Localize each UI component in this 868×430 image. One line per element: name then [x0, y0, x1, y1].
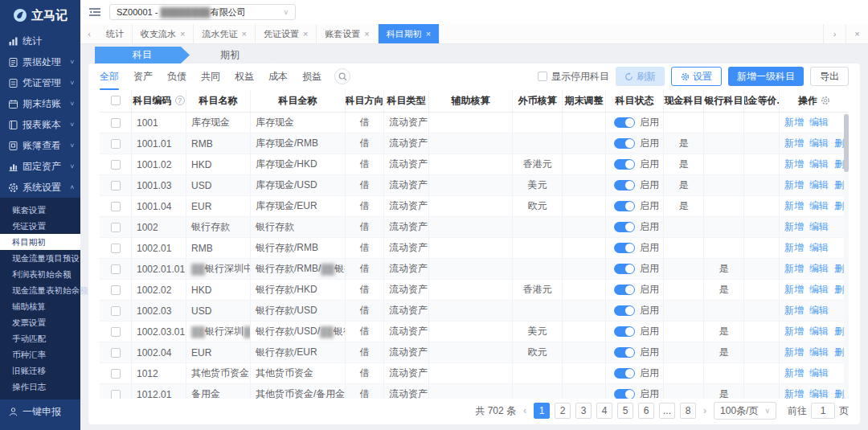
scrollbar-thumb[interactable]	[844, 114, 849, 172]
op-link-编辑[interactable]: 编辑	[809, 116, 829, 129]
page-button-5[interactable]: 5	[617, 403, 633, 419]
submenu-item[interactable]: 旧账迁移	[0, 362, 80, 379]
sidebar-item-3[interactable]: 期末结账∨	[0, 93, 80, 114]
refresh-button[interactable]: 刷新	[616, 67, 665, 86]
row-checkbox[interactable]	[111, 306, 121, 316]
page-button-4[interactable]: 4	[596, 403, 612, 419]
op-link-编辑[interactable]: 编辑	[809, 262, 829, 276]
close-icon[interactable]: ×	[303, 29, 308, 39]
category-tab-成本[interactable]: 成本	[268, 70, 288, 84]
page-button-1[interactable]: 1	[534, 403, 550, 419]
search-button[interactable]	[334, 68, 350, 84]
select-all-checkbox[interactable]	[111, 96, 121, 105]
next-page-icon[interactable]: ›	[701, 405, 709, 416]
op-link-新增[interactable]: 新增	[784, 178, 804, 192]
page-button-6[interactable]: 6	[638, 403, 654, 419]
sidebar-item-1[interactable]: 票据处理∨	[0, 51, 80, 72]
row-checkbox[interactable]	[111, 181, 121, 190]
row-checkbox[interactable]	[111, 223, 121, 232]
op-link-编辑[interactable]: 编辑	[809, 241, 829, 255]
op-link-新增[interactable]: 新增	[784, 304, 804, 317]
op-link-编辑[interactable]: 编辑	[809, 304, 829, 317]
submenu-item[interactable]: 手动匹配	[0, 330, 80, 346]
add-top-subject-button[interactable]: 新增一级科目	[728, 67, 804, 86]
op-link-新增[interactable]: 新增	[784, 116, 804, 129]
tab-收支流水[interactable]: 收支流水×	[133, 24, 194, 43]
row-checkbox[interactable]	[111, 264, 121, 274]
page-ellipsis[interactable]: ...	[659, 403, 675, 419]
status-toggle[interactable]	[614, 180, 635, 190]
row-checkbox[interactable]	[111, 118, 121, 128]
prev-page-icon[interactable]: ‹	[521, 405, 529, 416]
status-toggle[interactable]	[614, 368, 635, 379]
op-link-编辑[interactable]: 编辑	[809, 137, 829, 150]
status-toggle[interactable]	[614, 347, 635, 358]
company-select[interactable]: SZ00001 - ████████有限公司 ∨	[109, 4, 296, 20]
op-link-新增[interactable]: 新增	[784, 346, 804, 359]
status-toggle[interactable]	[614, 117, 635, 128]
goto-page-input[interactable]	[811, 403, 835, 419]
submenu-item[interactable]: 利润表初始余额	[0, 266, 80, 282]
step-tab-科目[interactable]: 科目	[95, 47, 190, 63]
op-link-新增[interactable]: 新增	[784, 283, 804, 297]
row-checkbox[interactable]	[111, 202, 121, 211]
op-link-新增[interactable]: 新增	[784, 387, 804, 399]
submenu-item[interactable]: 科目期初	[0, 234, 80, 250]
submenu-item[interactable]: 现金流量表初始余额	[0, 282, 80, 298]
tab-科目期初[interactable]: 科目期初×	[379, 24, 440, 43]
op-link-编辑[interactable]: 编辑	[809, 199, 829, 213]
tab-账套设置[interactable]: 账套设置×	[317, 24, 378, 43]
submenu-item[interactable]: 币种汇率	[0, 346, 80, 362]
sidebar-item-5[interactable]: 账簿查看∨	[0, 135, 80, 156]
op-link-新增[interactable]: 新增	[784, 262, 804, 276]
status-toggle[interactable]	[614, 285, 635, 295]
status-toggle[interactable]	[614, 243, 635, 253]
submenu-item[interactable]: 账套设置	[0, 202, 80, 218]
status-toggle[interactable]	[614, 389, 635, 399]
page-size-select[interactable]: 100条/页∨	[714, 402, 776, 420]
op-link-新增[interactable]: 新增	[784, 137, 804, 150]
export-button[interactable]: 导出	[810, 67, 849, 86]
status-toggle[interactable]	[614, 264, 635, 274]
category-tab-全部[interactable]: 全部	[100, 70, 119, 84]
op-link-编辑[interactable]: 编辑	[809, 220, 829, 234]
op-link-编辑[interactable]: 编辑	[809, 283, 829, 297]
row-checkbox[interactable]	[111, 285, 121, 295]
row-checkbox[interactable]	[111, 390, 121, 399]
settings-button[interactable]: 设置	[671, 67, 722, 86]
step-tab-期初[interactable]: 期初	[182, 47, 277, 63]
category-tab-损益[interactable]: 损益	[302, 70, 321, 84]
op-link-编辑[interactable]: 编辑	[809, 178, 829, 192]
op-link-编辑[interactable]: 编辑	[809, 158, 829, 171]
row-checkbox[interactable]	[111, 139, 121, 149]
status-toggle[interactable]	[614, 138, 635, 149]
show-disabled-checkbox[interactable]: 显示停用科目	[538, 70, 609, 84]
sidebar-item-4[interactable]: 报表账本∨	[0, 114, 80, 135]
op-link-新增[interactable]: 新增	[784, 367, 804, 380]
submenu-item[interactable]: 现金流量项目预设	[0, 250, 80, 266]
collapse-sidebar-icon[interactable]	[88, 6, 101, 18]
status-toggle[interactable]	[614, 326, 635, 337]
op-link-新增[interactable]: 新增	[784, 199, 804, 213]
status-toggle[interactable]	[614, 201, 635, 211]
close-icon[interactable]: ×	[364, 29, 369, 39]
category-tab-负债[interactable]: 负债	[167, 70, 186, 84]
tab-流水凭证[interactable]: 流水凭证×	[194, 24, 255, 43]
status-toggle[interactable]	[614, 159, 635, 170]
close-icon[interactable]: ×	[180, 29, 185, 39]
tab-scroll-right-icon[interactable]: ›	[823, 24, 845, 43]
page-button-8[interactable]: 8	[680, 403, 696, 419]
op-link-新增[interactable]: 新增	[784, 158, 804, 171]
category-tab-共同[interactable]: 共同	[201, 70, 220, 84]
close-all-tabs-icon[interactable]: ×	[845, 24, 868, 43]
sidebar-item-7[interactable]: 系统设置∧	[0, 177, 80, 198]
help-icon[interactable]: ?	[175, 96, 185, 105]
close-icon[interactable]: ×	[241, 29, 246, 39]
column-settings-icon[interactable]	[821, 96, 830, 105]
op-link-编辑[interactable]: 编辑	[809, 325, 829, 338]
row-checkbox[interactable]	[111, 244, 121, 253]
category-tab-权益[interactable]: 权益	[235, 70, 254, 84]
submenu-item[interactable]: 发票设置	[0, 314, 80, 330]
submenu-item[interactable]: 操作日志	[0, 379, 80, 395]
row-checkbox[interactable]	[111, 348, 121, 358]
